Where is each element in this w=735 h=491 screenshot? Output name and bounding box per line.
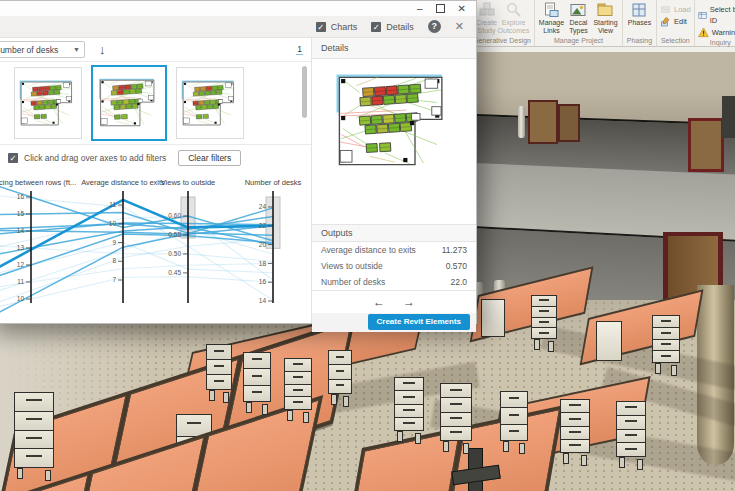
desk-pedestal: [531, 295, 557, 339]
axis-tick-label: 14: [17, 227, 25, 234]
revit-window: Create StudyExplore OutcomesGenerative D…: [0, 0, 735, 491]
charts-checkbox[interactable]: ✓ Charts: [316, 22, 358, 32]
sort-dropdown[interactable]: Number of desks ▼: [0, 41, 85, 58]
help-icon[interactable]: ?: [428, 20, 441, 33]
drawer: [617, 430, 645, 444]
create-revit-elements-button[interactable]: Create Revit Elements: [368, 314, 470, 330]
thumbnails-scrollbar[interactable]: [302, 66, 307, 118]
dialog-titlebar[interactable]: – ✕: [0, 1, 476, 16]
desk-gable: [481, 299, 505, 337]
maximize-icon[interactable]: [436, 4, 445, 13]
drawer: [532, 318, 556, 329]
next-outcome-arrow[interactable]: →: [403, 295, 415, 309]
ribbon-button-label: Warnings: [712, 27, 735, 38]
drawer: [501, 392, 527, 408]
drawer: [501, 425, 527, 440]
ribbon-button-phases[interactable]: Phases: [626, 1, 653, 27]
dialog-close-icon[interactable]: ✕: [455, 20, 464, 33]
output-value: 11.273: [442, 245, 467, 255]
desk-leg: [209, 390, 215, 401]
ribbon-button-select-by-id[interactable]: Select by ID: [698, 4, 735, 26]
drawer: [207, 345, 231, 360]
desk-pedestal: [394, 377, 424, 431]
close-icon[interactable]: ✕: [458, 3, 466, 14]
sort-dropdown-value: Number of desks: [0, 45, 73, 55]
drawer: [441, 413, 471, 427]
axis-tick-label: 16: [259, 278, 267, 285]
checkbox-checked-icon: ✓: [371, 22, 381, 32]
ribbon-group-manage-project: Manage LinksDecal TypesStarting ViewMana…: [535, 0, 623, 46]
scene-door: [688, 118, 724, 172]
axis-tick-label: 20: [259, 241, 267, 248]
axis-tick-label: 24: [259, 203, 267, 210]
ribbon-button-decal-types[interactable]: Decal Types: [565, 1, 592, 35]
details-panel: Details Outputs Average distance to exit…: [311, 38, 476, 323]
ribbon-button-warnings[interactable]: Warnings: [698, 27, 735, 38]
ribbon-button-label: Decal Types: [565, 19, 592, 35]
previous-outcome-arrow[interactable]: ←: [373, 295, 385, 309]
drawer: [561, 413, 589, 426]
desk-pedestal: [500, 391, 528, 441]
clear-filters-button[interactable]: Clear filters: [178, 150, 241, 166]
drawer: [561, 440, 589, 452]
drawer: [15, 412, 53, 431]
drawer: [617, 416, 645, 430]
axis-tick-label: 0.50: [168, 250, 181, 257]
axis-label: Spacing between rows (ft...: [0, 178, 76, 187]
drawer: [15, 393, 53, 412]
drawer: [395, 391, 423, 404]
axis-label: Views to outside: [161, 178, 215, 187]
charts-panel: Number of desks ▼ ↓ 1 ✓ Click and drag o…: [0, 38, 311, 323]
drawer: [329, 380, 351, 393]
output-value: 22.0: [450, 277, 467, 287]
desk-leg: [534, 339, 540, 350]
outcome-thumbnail-3[interactable]: [176, 67, 244, 139]
drawer: [653, 351, 679, 362]
scene-ceiling: [440, 47, 735, 125]
axis-tick-label: 13: [17, 244, 25, 251]
drawer: [15, 449, 53, 467]
ribbon-button-edit[interactable]: Edit: [660, 16, 687, 27]
ribbon-button-label: Explore Outcomes: [498, 19, 530, 35]
desk-leg: [303, 412, 309, 423]
load-icon: [660, 4, 671, 15]
desk-leg: [246, 402, 252, 413]
axis-tick-label: 18: [259, 260, 267, 267]
desk-leg: [463, 443, 469, 454]
ribbon-button-label: Select by ID: [710, 4, 735, 26]
desk-pedestal: [328, 350, 352, 394]
parallel-coordinates-chart[interactable]: 16151413121110Spacing between rows (ft..…: [0, 171, 311, 323]
drawer: [561, 427, 589, 440]
outcome-thumbnail-1[interactable]: [14, 67, 82, 139]
decal-types-icon: [570, 2, 586, 18]
download-icon[interactable]: ↓: [99, 43, 106, 56]
details-checkbox-label: Details: [386, 22, 414, 32]
ribbon-group-label: Phasing: [626, 36, 653, 46]
axis-tick-label: 10: [109, 220, 117, 227]
output-label: Views to outside: [321, 261, 383, 271]
details-checkbox[interactable]: ✓ Details: [371, 22, 414, 32]
drawer: [395, 405, 423, 418]
drawer: [244, 386, 270, 401]
scene-post: [518, 106, 525, 138]
outputs-title: Outputs: [312, 224, 476, 242]
output-row: Views to outside0.570: [312, 258, 476, 274]
filters-checkbox[interactable]: ✓: [8, 153, 18, 163]
minimize-icon[interactable]: –: [417, 3, 423, 14]
ribbon-group-label: Generative Design: [473, 36, 531, 46]
desk-leg: [331, 394, 337, 405]
outcome-thumbnails: [0, 61, 311, 145]
desk-leg: [655, 363, 661, 374]
ribbon-button-starting-view[interactable]: Starting View: [592, 1, 619, 35]
drawer: [441, 384, 471, 398]
outcome-thumbnail-2[interactable]: [91, 65, 167, 141]
axis-tick-label: 11: [17, 278, 24, 285]
ribbon-button-manage-links[interactable]: Manage Links: [538, 1, 565, 35]
desk-leg: [262, 404, 268, 415]
page-indicator[interactable]: 1: [296, 44, 303, 55]
desk-pedestal: [284, 358, 312, 410]
starting-view-icon: [597, 2, 613, 18]
drawer: [15, 431, 53, 450]
desk-leg: [397, 431, 403, 442]
floor-plan-graphic: [17, 77, 79, 130]
